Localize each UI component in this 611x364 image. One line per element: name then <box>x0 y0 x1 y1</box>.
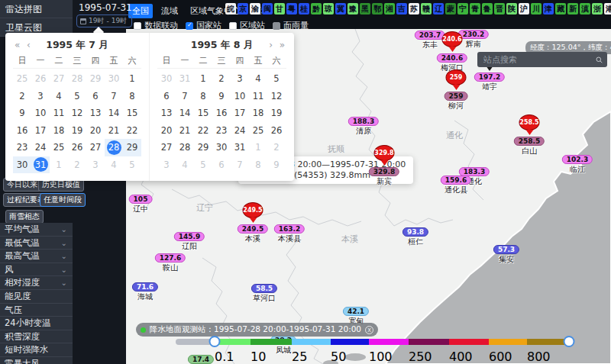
province-chip-晋[interactable]: 晋 <box>494 3 505 14</box>
province-chip-吉[interactable]: 吉 <box>396 3 407 14</box>
sidebar-item-24小时变温[interactable]: 24小时变温 <box>0 317 73 330</box>
calendar-day-3[interactable]: 3 <box>86 156 105 174</box>
calendar-day-22[interactable]: 22 <box>194 122 212 140</box>
next-month-icon[interactable]: › <box>269 39 273 51</box>
calendar-day-30[interactable]: 30 <box>13 156 31 174</box>
legend-close-icon[interactable]: x <box>365 326 373 334</box>
province-chip-粤[interactable]: 粤 <box>286 3 297 14</box>
calendar-day-4[interactable]: 4 <box>105 156 123 174</box>
calendar-day-12[interactable]: 12 <box>267 88 286 105</box>
checkbox-数据联动[interactable]: 数据联动 <box>134 20 178 31</box>
calendar-day-29[interactable]: 29 <box>194 139 212 156</box>
station-search-box[interactable] <box>477 52 607 67</box>
province-chip-黔[interactable]: 黔 <box>311 3 322 14</box>
checkbox-国家站[interactable]: 国家站 <box>186 20 221 31</box>
calendar-day-7[interactable]: 7 <box>176 88 194 105</box>
calendar-day-8[interactable]: 8 <box>194 88 212 105</box>
province-chip-鲁[interactable]: 鲁 <box>482 3 493 14</box>
province-chip-川[interactable]: 川 <box>531 3 541 14</box>
calendar-day-5[interactable]: 5 <box>123 156 141 174</box>
calendar-day-27[interactable]: 27 <box>86 139 105 156</box>
calendar-day-5[interactable]: 5 <box>267 70 286 88</box>
calendar-day-15[interactable]: 15 <box>194 105 212 122</box>
sidebar-item-能见度[interactable]: 能见度 <box>0 290 73 304</box>
calendar-day-16[interactable]: 16 <box>212 105 231 122</box>
sidebar-item-相对湿度[interactable]: 相对湿度⌄ <box>0 276 73 290</box>
province-chip-渝[interactable]: 渝 <box>250 3 260 14</box>
calendar-day-4[interactable]: 4 <box>249 70 267 88</box>
province-chip-港[interactable]: 港 <box>604 3 611 14</box>
calendar-day-18[interactable]: 18 <box>249 105 267 122</box>
calendar-day-30[interactable]: 30 <box>157 70 176 88</box>
calendar-day-6[interactable]: 6 <box>212 156 231 174</box>
province-chip-浙[interactable]: 浙 <box>592 3 603 14</box>
calendar-day-31[interactable]: 31 <box>231 139 249 156</box>
calendar-day-23[interactable]: 23 <box>13 139 31 156</box>
calendar-day-2[interactable]: 2 <box>13 88 31 105</box>
calendar-day-13[interactable]: 13 <box>157 105 176 122</box>
province-chip-甘[interactable]: 甘 <box>274 3 285 14</box>
province-chip-冀[interactable]: 冀 <box>335 3 346 14</box>
calendar-day-17[interactable]: 17 <box>31 122 50 140</box>
sidebar-item-积雪深度[interactable]: 积雪深度 <box>0 330 73 344</box>
calendar-day-19[interactable]: 19 <box>68 122 86 140</box>
calendar-day-1[interactable]: 1 <box>194 70 212 88</box>
search-icon[interactable] <box>596 55 603 65</box>
calendar-day-27[interactable]: 27 <box>50 70 68 88</box>
calendar-day-4[interactable]: 4 <box>176 156 194 174</box>
calendar-day-21[interactable]: 21 <box>105 122 123 140</box>
calendar-day-24[interactable]: 24 <box>231 122 249 140</box>
calendar-day-29[interactable]: 29 <box>86 70 105 88</box>
province-chip-津[interactable]: 津 <box>543 3 554 14</box>
calendar-day-20[interactable]: 20 <box>86 122 105 140</box>
province-chip-黑[interactable]: 黑 <box>360 3 370 14</box>
calendar-day-3[interactable]: 3 <box>31 88 50 105</box>
calendar-day-12[interactable]: 12 <box>68 105 86 122</box>
calendar-day-11[interactable]: 11 <box>249 88 267 105</box>
calendar-day-9[interactable]: 9 <box>267 156 286 174</box>
calendar-day-28[interactable]: 28 <box>105 139 123 156</box>
search-input[interactable] <box>482 54 596 66</box>
calendar-day-26[interactable]: 26 <box>68 139 86 156</box>
calendar-day-7[interactable]: 7 <box>231 156 249 174</box>
province-chip-新[interactable]: 新 <box>567 3 578 14</box>
calendar-day-24[interactable]: 24 <box>31 139 50 156</box>
calendar-day-25[interactable]: 25 <box>50 139 68 156</box>
checkbox-box[interactable] <box>186 22 193 30</box>
province-chip-赣[interactable]: 赣 <box>421 3 432 14</box>
calendar-day-28[interactable]: 28 <box>176 139 194 156</box>
calendar-day-9[interactable]: 9 <box>212 88 231 105</box>
calendar-day-20[interactable]: 20 <box>157 122 176 140</box>
calendar-day-8[interactable]: 8 <box>249 156 267 174</box>
calendar-day-14[interactable]: 14 <box>105 105 123 122</box>
checkbox-box[interactable] <box>229 22 237 30</box>
calendar-day-22[interactable]: 22 <box>123 122 141 140</box>
calendar-day-21[interactable]: 21 <box>176 122 194 140</box>
calendar-day-26[interactable]: 26 <box>31 70 50 88</box>
calendar-day-30[interactable]: 30 <box>105 70 123 88</box>
calendar-day-1[interactable]: 1 <box>249 139 267 156</box>
province-chip-鄂[interactable]: 鄂 <box>372 3 383 14</box>
calendar-day-7[interactable]: 7 <box>105 88 123 105</box>
province-chip-闽[interactable]: 闽 <box>262 3 273 14</box>
sidebar-item-平均气温[interactable]: 平均气温⌄ <box>0 223 73 237</box>
province-chip-陕[interactable]: 陕 <box>506 3 517 14</box>
checkbox-面雨量[interactable]: 面雨量 <box>273 20 309 31</box>
checkbox-区域站[interactable]: 区域站 <box>229 20 265 31</box>
province-chip-蒙[interactable]: 蒙 <box>445 3 456 14</box>
calendar-day-6[interactable]: 6 <box>157 88 176 105</box>
slider-handle-min[interactable] <box>209 336 221 347</box>
slider-handle-max[interactable] <box>564 336 575 347</box>
checkbox-box[interactable] <box>273 22 280 30</box>
sidebar-item-最高气温[interactable]: 最高气温⌄ <box>0 250 73 263</box>
calendar-day-25[interactable]: 25 <box>249 122 267 140</box>
calendar-day-16[interactable]: 16 <box>13 122 31 140</box>
calendar-day-3[interactable]: 3 <box>157 156 176 174</box>
calendar-day-11[interactable]: 11 <box>50 105 68 122</box>
province-chip-宁[interactable]: 宁 <box>457 3 468 14</box>
calendar-day-2[interactable]: 2 <box>267 139 286 156</box>
calendar-day-1[interactable]: 1 <box>50 156 68 174</box>
province-chip-豫[interactable]: 豫 <box>348 3 358 14</box>
prev-year-icon[interactable]: « <box>15 39 20 51</box>
province-chip-沪[interactable]: 沪 <box>519 3 529 14</box>
